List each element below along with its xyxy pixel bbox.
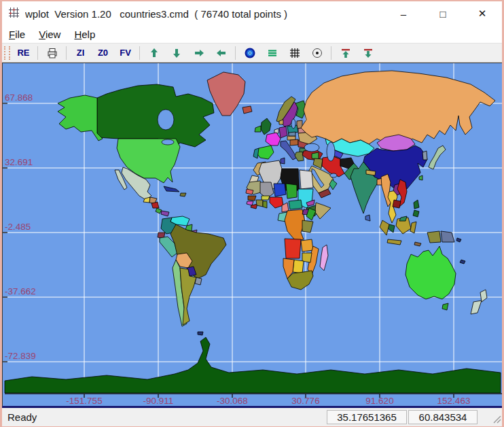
lines-toggle-button[interactable] bbox=[261, 45, 283, 61]
to-bottom-button[interactable] bbox=[357, 45, 379, 61]
country-niger bbox=[274, 184, 286, 197]
sphere-view-button[interactable] bbox=[238, 45, 261, 61]
x-axis-label: -90.911 bbox=[143, 396, 174, 406]
app-window: wplot Version 1.20 countries3.cmd ( 7674… bbox=[0, 0, 504, 427]
country-syria bbox=[312, 152, 319, 159]
grid-icon bbox=[289, 47, 301, 59]
arrow-left-icon bbox=[215, 47, 228, 59]
persian-gulf bbox=[330, 173, 337, 177]
toolbar-separator bbox=[235, 46, 236, 60]
country-ghana bbox=[263, 201, 267, 208]
menu-file[interactable]: File bbox=[2, 27, 32, 41]
y-axis-label: 32.691 bbox=[5, 157, 33, 167]
zoom-in-button[interactable]: ZI bbox=[69, 45, 92, 61]
country-guinea bbox=[248, 196, 256, 201]
status-bar: Ready 35.17651365 60.843534 bbox=[2, 408, 502, 426]
country-sri-lanka bbox=[365, 215, 370, 221]
country-hispaniola bbox=[180, 193, 186, 197]
country-uruguay bbox=[195, 277, 202, 285]
country-philippines-south bbox=[413, 210, 419, 217]
zoom-out-button[interactable]: Z0 bbox=[92, 45, 114, 61]
country-falkland bbox=[198, 332, 203, 335]
app-icon bbox=[8, 7, 20, 21]
caspian-sea bbox=[327, 142, 335, 161]
points-toggle-button[interactable] bbox=[306, 45, 328, 61]
y-axis-label: -37.662 bbox=[5, 286, 36, 296]
menu-bar: FileViewHelp bbox=[2, 26, 502, 43]
pan-left-button[interactable] bbox=[210, 45, 232, 61]
y-axis-label: -72.839 bbox=[5, 351, 36, 361]
toolbar-gripper[interactable] bbox=[4, 46, 10, 60]
to-top-button[interactable] bbox=[334, 45, 357, 61]
pan-up-button[interactable] bbox=[143, 45, 165, 61]
close-button[interactable]: ✕ bbox=[463, 1, 502, 26]
menu-view[interactable]: View bbox=[32, 27, 67, 41]
arrow-right-icon bbox=[193, 47, 205, 59]
x-axis-label: 30.776 bbox=[291, 396, 319, 406]
hudson-bay bbox=[158, 109, 174, 130]
toolbar: REZIZ0FV bbox=[2, 43, 502, 63]
country-korea bbox=[422, 151, 427, 160]
country-burkina bbox=[262, 196, 270, 200]
menu-help[interactable]: Help bbox=[67, 27, 102, 41]
arrow-down-bar-icon bbox=[362, 47, 374, 59]
lines-icon bbox=[266, 47, 278, 59]
x-axis-label: -30.068 bbox=[217, 396, 248, 406]
country-tunisia bbox=[281, 158, 285, 164]
country-czech bbox=[289, 132, 295, 136]
y-axis-label: 67.868 bbox=[5, 92, 33, 103]
black-sea bbox=[304, 143, 319, 152]
minimize-button[interactable]: – bbox=[384, 1, 423, 26]
resize-grip[interactable] bbox=[492, 414, 501, 426]
redraw-button[interactable]: RE bbox=[12, 45, 35, 61]
print-button[interactable] bbox=[41, 45, 63, 61]
country-botswana bbox=[293, 260, 304, 273]
great-lakes bbox=[162, 139, 174, 145]
x-axis-label: 91.620 bbox=[365, 396, 393, 406]
status-text: Ready bbox=[7, 411, 37, 423]
maximize-button[interactable]: □ bbox=[423, 1, 463, 26]
toolbar-separator bbox=[139, 46, 140, 60]
grid-toggle-button[interactable] bbox=[283, 45, 306, 61]
arrow-down-icon bbox=[170, 47, 183, 59]
country-angola bbox=[285, 239, 301, 258]
country-balkans bbox=[290, 139, 298, 146]
circle-dot-icon bbox=[311, 47, 323, 59]
toolbar-separator bbox=[66, 46, 67, 60]
window-controls: – □ ✕ bbox=[384, 1, 502, 26]
arrow-up-icon bbox=[148, 47, 160, 59]
window-title: wplot Version 1.20 countries3.cmd ( 7674… bbox=[25, 8, 384, 20]
full-view-button[interactable]: FV bbox=[114, 45, 137, 61]
title-bar: wplot Version 1.20 countries3.cmd ( 7674… bbox=[2, 1, 502, 26]
x-axis-label: -151.755 bbox=[66, 396, 102, 406]
sphere-icon bbox=[244, 47, 256, 59]
country-zambia bbox=[301, 239, 313, 252]
grid-y-spacing-value: 60.843534 bbox=[408, 410, 478, 424]
country-cambodia bbox=[393, 200, 401, 208]
country-central-african-rep bbox=[289, 200, 302, 209]
country-chad bbox=[286, 184, 297, 199]
toolbar-separator bbox=[331, 46, 331, 60]
country-ivory-coast bbox=[256, 200, 263, 207]
country-nicaragua bbox=[151, 202, 159, 208]
y-axis-label: -2.485 bbox=[5, 222, 31, 232]
arrow-up-bar-icon bbox=[340, 47, 352, 59]
world-map-svg: 67.86832.691-2.485-37.662-72.839-151.755… bbox=[2, 63, 502, 406]
country-new-guinea-west bbox=[427, 231, 441, 243]
printer-icon bbox=[46, 47, 58, 59]
plot-area[interactable]: 67.86832.691-2.485-37.662-72.839-151.755… bbox=[2, 63, 502, 408]
pan-right-button[interactable] bbox=[187, 45, 210, 61]
grid-x-spacing-value: 35.17651365 bbox=[327, 410, 407, 424]
pan-down-button[interactable] bbox=[165, 45, 187, 61]
country-egypt bbox=[300, 170, 313, 189]
toolbar-separator bbox=[37, 46, 38, 60]
baltic-sea bbox=[291, 119, 295, 129]
x-axis-label: 152.463 bbox=[437, 396, 471, 406]
